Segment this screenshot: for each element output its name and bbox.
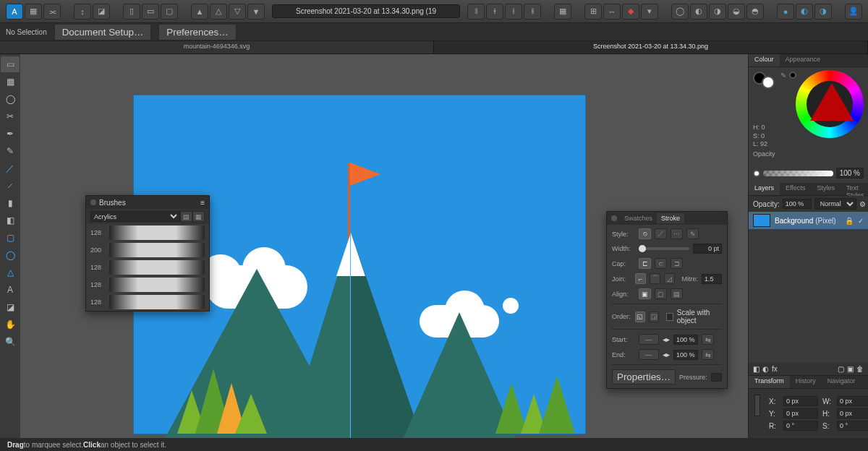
- brush-item[interactable]: 128: [86, 224, 209, 241]
- hand-tool[interactable]: ✋: [1, 317, 20, 332]
- join-round-icon[interactable]: ⌒: [650, 273, 660, 284]
- document-setup-button[interactable]: Document Setup…: [54, 24, 152, 40]
- appearance-tab[interactable]: Appearance: [780, 54, 827, 66]
- mask-icon[interactable]: ◧: [753, 365, 760, 373]
- textstyles-tab[interactable]: Text Styles: [841, 183, 868, 195]
- snap-red-icon[interactable]: ◆: [622, 4, 639, 20]
- start-pct-input[interactable]: [673, 335, 698, 345]
- align-outside-icon[interactable]: ▤: [671, 288, 683, 299]
- clip-icon[interactable]: ▢: [838, 365, 844, 373]
- end-swap-icon[interactable]: ⇆: [702, 349, 714, 360]
- bool-div-icon[interactable]: ◓: [746, 4, 764, 20]
- visible-icon[interactable]: ✓: [858, 217, 864, 225]
- marquee-tool[interactable]: ▦: [1, 74, 20, 90]
- width-value[interactable]: 0 pt: [693, 244, 722, 254]
- start-swap-icon[interactable]: ⇆: [702, 334, 714, 345]
- lock-icon[interactable]: 🔒: [845, 217, 854, 225]
- start-arrow-select[interactable]: —: [639, 334, 659, 345]
- preferences-button[interactable]: Preferences…: [158, 24, 236, 40]
- navigator-tab[interactable]: Navigator: [822, 376, 861, 388]
- move-tool[interactable]: ▭: [1, 56, 20, 72]
- rect-tool[interactable]: ▢: [1, 230, 20, 246]
- persona-icon[interactable]: ▦: [25, 4, 42, 20]
- brush-item[interactable]: 128: [86, 276, 209, 293]
- grid-view-icon[interactable]: ▦: [192, 211, 205, 222]
- pen-tool[interactable]: ✒: [1, 126, 20, 142]
- mitre-input[interactable]: [702, 274, 722, 284]
- bool-sub-icon[interactable]: ◐: [690, 4, 707, 20]
- gear-icon[interactable]: ⚙: [859, 200, 866, 208]
- anchor-grid[interactable]: [754, 395, 760, 416]
- eyedropper-icon[interactable]: ✎: [780, 72, 786, 89]
- swatch-tool[interactable]: ◪: [1, 299, 20, 315]
- quick-swatch[interactable]: [789, 72, 796, 79]
- group-icon[interactable]: ▣: [847, 365, 854, 373]
- align-h-icon[interactable]: ▭: [142, 4, 159, 20]
- style-dash-icon[interactable]: ⋯: [671, 228, 683, 239]
- r-input[interactable]: [783, 421, 818, 431]
- swatches-tab[interactable]: Swatches: [620, 213, 657, 223]
- scale-checkbox[interactable]: [666, 313, 673, 321]
- sync-icon[interactable]: ◑: [814, 4, 832, 20]
- join-mitre-icon[interactable]: ⌐: [635, 273, 646, 284]
- layers-tab[interactable]: Layers: [749, 183, 780, 195]
- canvas-viewport[interactable]: Brushes ≡ Acrylics ▤ ▦ 128 200 128 128 1…: [20, 54, 748, 438]
- bool-int-icon[interactable]: ◑: [709, 4, 726, 20]
- y-input[interactable]: [783, 408, 818, 418]
- stroke-panel[interactable]: Swatches Stroke Style: ⦸ ／ ⋯ ✎ Width: 0 …: [606, 211, 728, 389]
- fill-swatch[interactable]: [762, 76, 775, 89]
- transparency-tool[interactable]: ◧: [1, 212, 20, 228]
- bool-union-icon[interactable]: ◯: [671, 4, 689, 20]
- style-brush-icon[interactable]: ✎: [686, 228, 699, 239]
- crop-tool[interactable]: ✂: [1, 108, 20, 124]
- cap-butt-icon[interactable]: ⊏: [639, 258, 651, 269]
- join-bevel-icon[interactable]: ◿: [664, 273, 675, 284]
- snap-drop-icon[interactable]: ▾: [641, 4, 658, 20]
- colour-tab[interactable]: Colour: [749, 54, 780, 66]
- blend-mode-select[interactable]: Normal: [814, 198, 856, 210]
- order-up-icon[interactable]: △: [210, 4, 227, 20]
- brush-list[interactable]: 128 200 128 128 128: [86, 224, 209, 311]
- s-input[interactable]: [837, 421, 868, 431]
- adjust-icon[interactable]: ◐: [762, 365, 769, 373]
- tab-png[interactable]: Screenshot 2021-03-20 at 13.34.30.png: [434, 41, 868, 53]
- help-icon[interactable]: ●: [777, 4, 794, 20]
- order-down-icon[interactable]: ▽: [229, 4, 246, 20]
- order-front-icon[interactable]: ◲: [649, 312, 659, 322]
- brush-item[interactable]: 200: [86, 241, 209, 259]
- tab-svg[interactable]: mountain-4694346.svg: [0, 41, 434, 53]
- w-input[interactable]: [837, 396, 868, 406]
- lasso-tool[interactable]: ◯: [1, 91, 20, 107]
- effects-tab[interactable]: Effects: [780, 183, 811, 195]
- paint-tool[interactable]: ⟋: [1, 178, 20, 194]
- opacity-value[interactable]: 100 %: [836, 168, 864, 179]
- order-back-icon[interactable]: ▼: [247, 4, 265, 20]
- brushes-panel[interactable]: Brushes ≡ Acrylics ▤ ▦ 128 200 128 128 1…: [85, 195, 210, 312]
- snap-icon[interactable]: ▦: [554, 4, 571, 20]
- tri-tool[interactable]: △: [1, 265, 20, 280]
- end-arrow-select[interactable]: —: [639, 349, 659, 360]
- text-tool[interactable]: A: [1, 282, 20, 298]
- zoom-tool[interactable]: 🔍: [1, 334, 20, 350]
- ellipse-tool[interactable]: ◯: [1, 247, 20, 263]
- cloud-icon[interactable]: ◐: [796, 4, 813, 20]
- fx-icon[interactable]: fx: [772, 365, 778, 373]
- brush-tool[interactable]: ／: [1, 160, 20, 176]
- account-icon[interactable]: 👤: [845, 4, 862, 20]
- cap-round-icon[interactable]: ⊂: [655, 258, 667, 269]
- transform-tab[interactable]: Transform: [749, 376, 790, 388]
- history-tab[interactable]: History: [790, 376, 822, 388]
- grid-icon[interactable]: ⊞: [584, 4, 602, 20]
- dist-icon-1[interactable]: ⫴: [467, 4, 485, 20]
- list-view-icon[interactable]: ▤: [180, 211, 192, 222]
- width-slider[interactable]: [639, 247, 689, 250]
- order-front-icon[interactable]: ▲: [191, 4, 208, 20]
- h-input[interactable]: [837, 408, 868, 418]
- layer-item[interactable]: Background (Pixel) 🔒 ✓: [749, 212, 868, 229]
- delete-icon[interactable]: 🗑: [856, 365, 864, 373]
- close-dot-icon[interactable]: [611, 215, 617, 221]
- order-behind-icon[interactable]: ◱: [635, 312, 645, 322]
- gradient-tool[interactable]: ▮: [1, 195, 20, 211]
- brush-item[interactable]: 128: [86, 259, 209, 276]
- dist-icon-2[interactable]: ⫳: [486, 4, 503, 20]
